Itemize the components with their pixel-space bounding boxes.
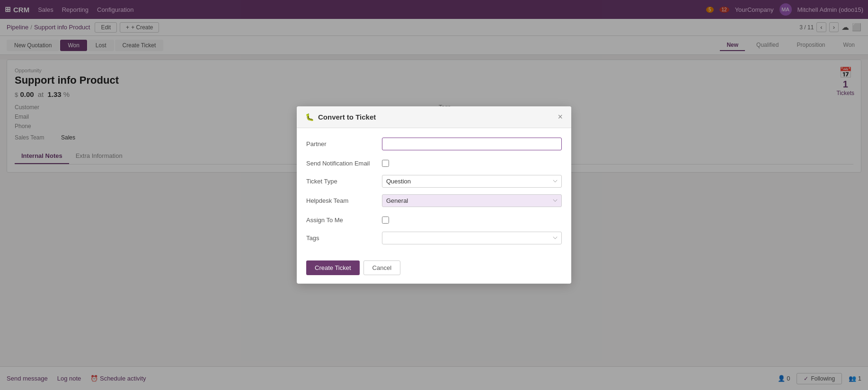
helpdesk-team-field-row: Helpdesk Team General [306,194,562,207]
helpdesk-team-label: Helpdesk Team [306,194,382,204]
convert-to-ticket-modal: 🐛 Convert to Ticket × Partner Send Notif… [297,106,571,284]
modal-tags-label: Tags [306,232,382,242]
modal-close-button[interactable]: × [558,112,563,122]
create-ticket-button[interactable]: Create Ticket [306,260,360,275]
partner-field-row: Partner [306,138,562,150]
ticket-type-select[interactable]: Question [382,175,562,188]
assign-to-me-label: Assign To Me [306,214,382,224]
assign-to-me-checkbox-wrap [382,214,562,225]
send-notification-checkbox-wrap [382,157,562,168]
assign-to-me-checkbox[interactable] [382,217,389,224]
cancel-button[interactable]: Cancel [363,260,400,275]
modal-tags-select-wrap [382,232,562,244]
helpdesk-team-select-wrap: General [382,194,562,207]
ticket-type-select-wrap: Question [382,175,562,188]
modal-header: 🐛 Convert to Ticket × [297,106,571,128]
modal-footer: Create Ticket Cancel [297,256,571,284]
assign-to-me-field-row: Assign To Me [306,214,562,225]
ticket-type-field-row: Ticket Type Question [306,175,562,188]
modal-title: 🐛 Convert to Ticket [305,113,376,121]
ticket-type-label: Ticket Type [306,175,382,185]
modal-overlay[interactable]: 🐛 Convert to Ticket × Partner Send Notif… [0,0,868,371]
partner-input[interactable] [382,138,562,150]
helpdesk-team-select[interactable]: General [382,194,562,207]
partner-input-wrap [382,138,562,150]
send-notification-checkbox[interactable] [382,160,389,167]
modal-body: Partner Send Notification Email Ticket T… [297,128,571,256]
send-notification-field-row: Send Notification Email [306,157,562,168]
send-notification-label: Send Notification Email [306,157,382,167]
modal-tags-field-row: Tags [306,232,562,244]
partner-label: Partner [306,138,382,147]
bug-icon: 🐛 [305,113,314,121]
modal-tags-select[interactable] [382,232,562,244]
